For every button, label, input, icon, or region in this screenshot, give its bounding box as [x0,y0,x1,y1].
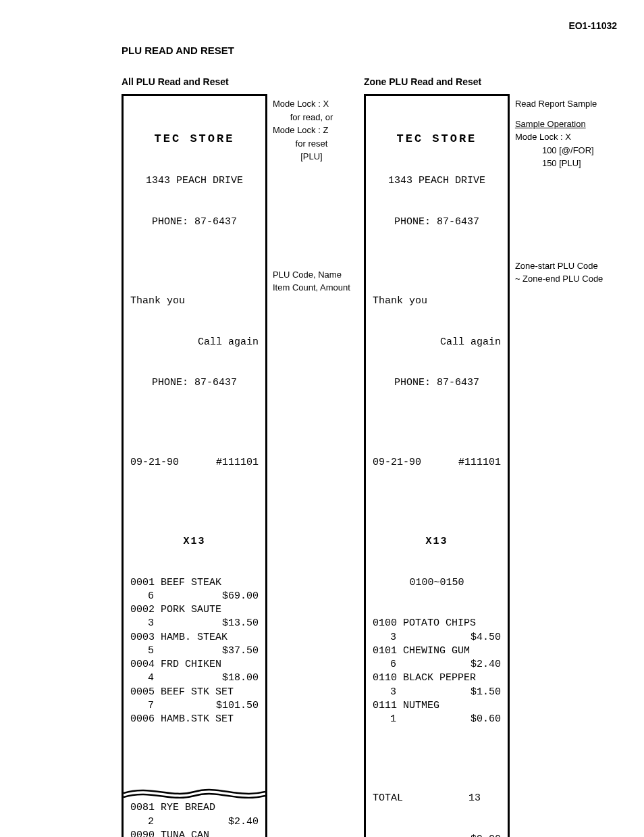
item-values: 7$101.50 [130,699,259,713]
item-line: 0101 CHEWING GUM [373,644,501,658]
note: for reset [273,138,350,150]
items-top: 0001 BEEF STEAK6$69.000002 PORK SAUTE3$1… [130,576,259,727]
total-count: 13 [413,792,501,805]
right-receipt: TEC STORE 1343 PEACH DRIVE PHONE: 87-643… [364,94,510,837]
date-row: 09-21-90 #111101 [130,456,259,470]
item-line: 0001 BEEF STEAK [130,576,259,590]
store-name: TEC STORE [373,132,501,147]
item-line: 0005 BEEF STK SET [130,686,259,699]
note: [PLU] [273,151,350,163]
item-values: 6$69.00 [130,590,259,603]
item-values: 3$13.50 [130,617,259,630]
note: Read Report Sample [515,98,603,110]
zone-range: 0100~0150 [373,576,501,590]
item-line: 0003 HAMB. STEAK [130,631,259,644]
thank-you: Thank you [373,295,501,308]
note: 150 [PLU] [515,157,603,170]
item-line: 0111 NUTMEG [373,699,501,713]
thank-you: Thank you [130,295,259,308]
x13: X13 [130,535,259,549]
total-label: TOTAL [373,792,413,805]
phone: PHONE: 87-6437 [130,215,259,229]
x13: X13 [373,535,501,549]
items: 0100 POTATO CHIPS3$4.500101 CHEWING GUM6… [373,617,501,726]
phone: PHONE: 87-6437 [373,215,501,229]
note: 100 [@/FOR] [515,145,603,157]
item-line: 0006 HAMB.STK SET [130,713,259,726]
phone2: PHONE: 87-6437 [373,376,501,390]
left-column: All PLU Read and Reset TEC STORE 1343 PE… [122,76,350,837]
item-values: 1$0.60 [373,713,501,726]
address: 1343 PEACH DRIVE [373,174,501,188]
item-line: 0110 BLACK PEPPER [373,671,501,685]
right-side-notes: Read Report Sample Sample Operation Mode… [515,94,603,837]
total-row: TOTAL 13 [373,792,501,805]
columns: All PLU Read and Reset TEC STORE 1343 PE… [122,76,617,837]
date-row: 09-21-90 #111101 [373,456,501,470]
item-values: 3$4.50 [373,631,501,644]
total-amount: $9.00 [373,833,501,837]
right-column: Zone PLU Read and Reset TEC STORE 1343 P… [364,76,603,837]
doc-id: EO1-11032 [27,20,617,31]
item-line: 0100 POTATO CHIPS [373,617,501,630]
note: Zone-start PLU Code [515,260,603,272]
item-line: 0004 FRD CHIKEN [130,658,259,671]
item-values: 4$18.00 [130,671,259,685]
note: Mode Lock : X [515,131,603,143]
note: ~ Zone-end PLU Code [515,273,603,285]
call-again: Call again [130,336,259,349]
note: Sample Operation [515,118,603,130]
receipt-id: #111101 [216,456,259,470]
note: for read, or [273,111,350,124]
item-line: 0090 TUNA CAN [130,829,259,837]
left-sub-heading: All PLU Read and Reset [122,76,350,87]
item-values: 6$2.40 [373,658,501,671]
date: 09-21-90 [373,456,421,470]
item-line: 0002 PORK SAUTE [130,603,259,617]
address: 1343 PEACH DRIVE [130,174,259,188]
main-heading: PLU READ AND RESET [122,45,617,56]
tear-line [124,757,265,771]
note: Mode Lock : X [273,98,350,110]
store-name: TEC STORE [130,132,259,147]
left-receipt: TEC STORE 1343 PEACH DRIVE PHONE: 87-643… [122,94,267,837]
phone2: PHONE: 87-6437 [130,376,259,390]
receipt-id: #111101 [458,456,501,470]
date: 09-21-90 [130,456,179,470]
right-sub-heading: Zone PLU Read and Reset [364,76,603,87]
item-values: 3$1.50 [373,686,501,699]
call-again: Call again [373,336,501,349]
note: Item Count, Amount [273,282,350,294]
note: PLU Code, Name [273,269,350,281]
item-values: 5$37.50 [130,644,259,658]
left-side-notes: Mode Lock : X for read, or Mode Lock : Z… [273,94,350,837]
note: Mode Lock : Z [273,124,350,136]
